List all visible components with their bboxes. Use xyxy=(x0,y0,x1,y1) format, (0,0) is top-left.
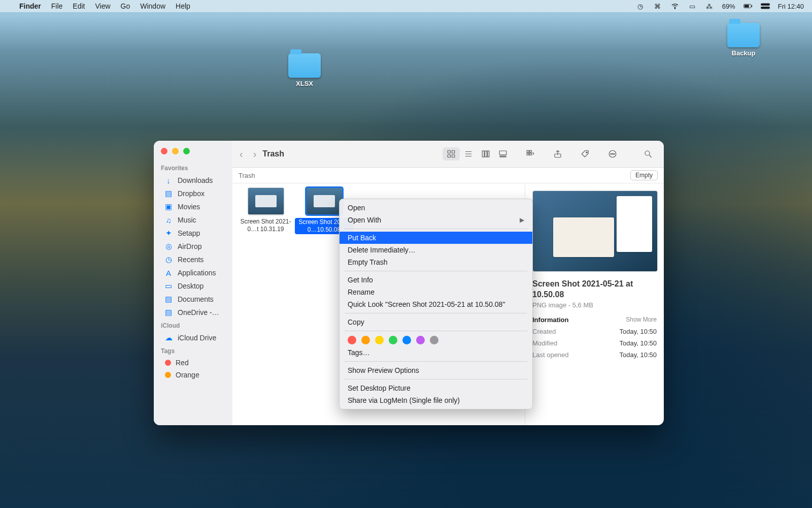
menu-file[interactable]: File xyxy=(51,2,63,10)
context-menu-item[interactable]: Empty Trash xyxy=(340,256,532,268)
wifi-icon[interactable] xyxy=(670,2,680,11)
tags-button[interactable] xyxy=(577,147,594,161)
tag-color-dot[interactable] xyxy=(416,336,425,344)
sidebar-item-label: Orange xyxy=(176,371,199,379)
file-thumbnail xyxy=(248,187,284,215)
desktop-folder[interactable]: XLSX xyxy=(282,53,327,87)
context-menu-item-label: Set Desktop Picture xyxy=(348,384,411,392)
context-menu-item[interactable]: Rename xyxy=(340,286,532,298)
sidebar-item[interactable]: ◎AirDrop xyxy=(157,240,229,253)
show-more-button[interactable]: Show More xyxy=(626,316,657,324)
tag-color-dot[interactable] xyxy=(430,336,438,344)
svg-rect-13 xyxy=(482,151,484,157)
menubar-app-name[interactable]: Finder xyxy=(19,2,41,10)
svg-line-31 xyxy=(649,155,652,157)
info-value: Today, 10:50 xyxy=(620,328,657,335)
menubar-clock[interactable]: Fri 12:40 xyxy=(778,3,804,10)
search-button[interactable] xyxy=(639,147,657,161)
context-menu-separator xyxy=(345,229,527,229)
nav-back-button[interactable]: ‹ xyxy=(240,148,243,160)
nav-forward-button[interactable]: › xyxy=(253,148,257,160)
context-menu-item[interactable]: Tags… xyxy=(340,346,532,359)
sidebar-item[interactable]: ◷Recents xyxy=(157,253,229,266)
sidebar-item[interactable]: ▤OneDrive -… xyxy=(157,306,229,319)
svg-rect-9 xyxy=(452,155,455,157)
preview-filemeta: PNG image - 5,6 MB xyxy=(532,301,657,309)
zoom-button[interactable] xyxy=(183,148,190,154)
sidebar-item[interactable]: ▭Desktop xyxy=(157,279,229,293)
battery-icon[interactable] xyxy=(743,2,753,11)
info-row: Last openedToday, 10:50 xyxy=(532,351,657,359)
context-menu-item[interactable]: Share via LogMeIn (Single file only) xyxy=(340,394,532,406)
control-center-icon[interactable] xyxy=(761,2,770,11)
sidebar-item[interactable]: Orange xyxy=(157,369,229,381)
context-menu-item-label: Copy xyxy=(348,318,364,326)
empty-trash-button[interactable]: Empty xyxy=(630,170,658,180)
folder-icon xyxy=(288,53,321,78)
sidebar-item[interactable]: ▤Documents xyxy=(157,293,229,306)
sidebar-item[interactable]: AApplications xyxy=(157,266,229,279)
sidebar-section-header: Favorites xyxy=(154,162,232,174)
context-menu-item[interactable]: Open With▶ xyxy=(340,214,532,226)
file-item[interactable]: Screen Shot 2021-0…t 10.31.19 xyxy=(236,187,295,233)
window-title: Trash xyxy=(262,149,284,158)
tag-color-dot[interactable] xyxy=(361,336,370,344)
context-menu-item[interactable]: Get Info xyxy=(340,274,532,286)
desktop-folder[interactable]: Backup xyxy=(721,23,766,57)
share-button[interactable] xyxy=(549,147,566,161)
tag-color-dot[interactable] xyxy=(375,336,384,344)
window-controls xyxy=(154,146,232,162)
tag-color-dot[interactable] xyxy=(402,336,411,344)
desktop[interactable]: Finder File Edit View Go Window Help ◷ ⌘… xyxy=(0,0,812,508)
context-menu-item[interactable]: Put Back xyxy=(340,232,532,244)
context-menu-separator xyxy=(345,361,527,362)
sidebar-item[interactable]: ♫Music xyxy=(157,213,229,227)
context-menu-item-label: Rename xyxy=(348,288,375,296)
minimize-button[interactable] xyxy=(172,148,179,154)
sidebar-item[interactable]: ↓Downloads xyxy=(157,174,229,187)
sidebar-item-label: Setapp xyxy=(178,229,200,237)
sidebar-item-icon: A xyxy=(164,268,173,277)
sidebar-item-icon: ▣ xyxy=(164,202,173,211)
context-menu-item[interactable]: Show Preview Options xyxy=(340,364,532,376)
context-menu-item-label: Delete Immediately… xyxy=(348,246,416,254)
menu-go[interactable]: Go xyxy=(121,2,130,10)
bluetooth-icon[interactable]: ⁂ xyxy=(705,2,714,11)
context-menu-item-label: Get Info xyxy=(348,276,373,284)
view-gallery-button[interactable] xyxy=(494,147,512,161)
sidebar-item-label: Movies xyxy=(178,203,200,211)
tag-color-dot[interactable] xyxy=(348,336,356,344)
menu-help[interactable]: Help xyxy=(176,2,190,10)
group-by-button[interactable] xyxy=(522,147,539,161)
context-menu-item[interactable]: Set Desktop Picture xyxy=(340,382,532,394)
view-list-button[interactable] xyxy=(460,147,477,161)
desktop-folder-label: Backup xyxy=(732,49,756,57)
display-icon[interactable]: ▭ xyxy=(688,2,697,11)
sidebar-item[interactable]: ▤Dropbox xyxy=(157,187,229,200)
battery-percent[interactable]: 69% xyxy=(722,3,735,10)
context-menu-separator xyxy=(345,313,527,313)
more-button[interactable] xyxy=(604,147,621,161)
sidebar-item[interactable]: ☁iCloud Drive xyxy=(157,331,229,344)
context-menu-item[interactable]: Copy xyxy=(340,316,532,328)
sidebar-item[interactable]: ▣Movies xyxy=(157,200,229,213)
svg-rect-14 xyxy=(485,151,487,157)
info-value: Today, 10:50 xyxy=(620,351,657,359)
menu-edit[interactable]: Edit xyxy=(73,2,85,10)
camera-icon[interactable]: ⌘ xyxy=(653,2,662,11)
context-menu-item[interactable]: Delete Immediately… xyxy=(340,244,532,256)
sidebar-item[interactable]: Red xyxy=(157,357,229,369)
context-menu-item[interactable]: Open xyxy=(340,202,532,214)
view-columns-button[interactable] xyxy=(477,147,494,161)
close-button[interactable] xyxy=(161,148,167,154)
info-value: Today, 10:50 xyxy=(620,339,657,347)
menu-window[interactable]: Window xyxy=(140,2,165,10)
menu-view[interactable]: View xyxy=(95,2,110,10)
tag-color-dot[interactable] xyxy=(389,336,397,344)
sidebar-item[interactable]: ✦Setapp xyxy=(157,227,229,240)
svg-rect-18 xyxy=(502,156,504,157)
clock-icon[interactable]: ◷ xyxy=(636,2,645,11)
svg-point-25 xyxy=(586,152,587,153)
context-menu-item[interactable]: Quick Look "Screen Shot 2021-05-21 at 10… xyxy=(340,298,532,310)
view-icons-button[interactable] xyxy=(443,147,460,161)
